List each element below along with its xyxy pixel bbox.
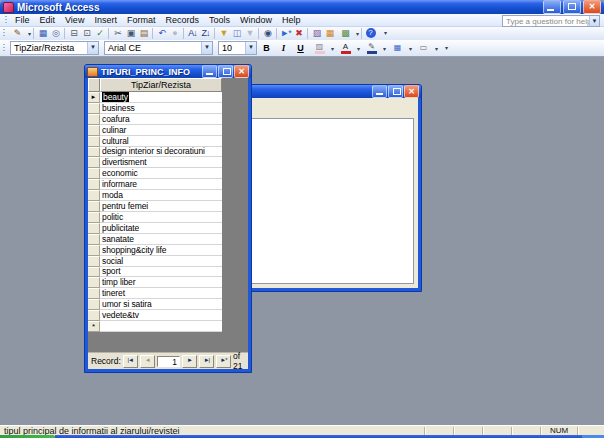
form-window-title-bar[interactable]: TIPURI_PRINC_INFO [85, 65, 251, 78]
sort-ascending-button[interactable]: A↓ [186, 27, 199, 40]
copy-button[interactable]: ▣ [124, 27, 137, 40]
row-cell[interactable]: politic [100, 212, 222, 223]
row-cell[interactable]: coafura [100, 114, 222, 125]
apply-filter-button[interactable]: ▼ [243, 27, 256, 40]
restore-button[interactable] [563, 0, 581, 14]
print-button[interactable]: ⊟ [67, 27, 80, 40]
menu-item-file[interactable]: File [10, 14, 35, 26]
cut-button[interactable]: ✂ [111, 27, 124, 40]
row-cell[interactable]: vedete&tv [100, 310, 222, 321]
row-cell[interactable]: sport [100, 267, 222, 278]
row-cell[interactable]: informare [100, 179, 222, 190]
row-selector[interactable] [88, 212, 100, 223]
row-selector[interactable] [88, 136, 100, 147]
print-preview-button[interactable]: ⊡ [80, 27, 93, 40]
row-selector[interactable] [88, 114, 100, 125]
bold-button[interactable]: B [259, 42, 274, 55]
menu-item-format[interactable]: Format [122, 14, 161, 26]
paste-button[interactable]: ▤ [137, 27, 150, 40]
form-close-button[interactable] [234, 65, 249, 78]
row-cell[interactable] [100, 321, 222, 332]
chevron-down-icon[interactable]: ▼ [245, 42, 256, 54]
row-cell[interactable]: sanatate [100, 234, 222, 245]
row-cell[interactable]: social [100, 256, 222, 267]
db-restore-button[interactable] [388, 85, 403, 98]
database-window-button[interactable]: ▦ [323, 27, 336, 40]
undo-button[interactable]: ↶ [155, 27, 168, 40]
font-color-button[interactable]: A [336, 42, 360, 55]
minimize-button[interactable] [543, 0, 561, 14]
row-cell[interactable]: culinar [100, 125, 222, 136]
menu-item-tools[interactable]: Tools [204, 14, 235, 26]
next-record-button[interactable]: ► [182, 355, 197, 368]
row-selector[interactable] [88, 288, 100, 299]
row-selector[interactable] [88, 245, 100, 256]
underline-button[interactable]: U [293, 42, 308, 55]
row-cell[interactable]: pentru femei [100, 201, 222, 212]
font-size-combo[interactable]: 10 ▼ [218, 41, 257, 55]
form-minimize-button[interactable] [202, 65, 217, 78]
row-cell[interactable]: cultural [100, 136, 222, 147]
toolbar-gripper[interactable] [3, 44, 5, 52]
row-selector[interactable] [88, 223, 100, 234]
first-record-button[interactable]: |◄ [123, 355, 138, 368]
help-question-box[interactable]: Type a question for help ▼ [502, 15, 600, 27]
view-button[interactable]: ✎ [8, 27, 31, 40]
toolbar-options-button[interactable]: ▾ [380, 31, 391, 35]
menu-item-edit[interactable]: Edit [35, 14, 61, 26]
row-cell[interactable]: design interior si decoratiuni [100, 147, 222, 158]
row-selector[interactable] [88, 168, 100, 179]
line-color-button[interactable]: ✎ [362, 42, 386, 55]
new-record-button[interactable]: ►* [279, 27, 292, 40]
row-selector[interactable] [88, 256, 100, 267]
help-button[interactable]: ? [364, 27, 377, 40]
row-cell[interactable]: tineret [100, 288, 222, 299]
font-name-combo[interactable]: Arial CE ▼ [104, 41, 213, 55]
current-record-box[interactable]: 1 [157, 356, 180, 367]
menu-item-insert[interactable]: Insert [89, 14, 122, 26]
db-close-button[interactable] [404, 85, 419, 98]
row-cell[interactable]: umor si satira [100, 299, 222, 310]
delete-record-button[interactable]: ✖ [292, 27, 305, 40]
row-selector[interactable] [88, 267, 100, 278]
chevron-down-icon[interactable]: ▼ [589, 16, 599, 26]
row-selector[interactable] [88, 201, 100, 212]
form-restore-button[interactable] [218, 65, 233, 78]
chevron-down-icon[interactable]: ▼ [201, 42, 212, 54]
row-cell[interactable]: publicitate [100, 223, 222, 234]
toolbar-gripper[interactable] [5, 16, 7, 24]
row-cell[interactable]: shopping&city life [100, 245, 222, 256]
chevron-down-icon[interactable]: ▼ [87, 42, 98, 54]
row-cell[interactable]: divertisment [100, 157, 222, 168]
close-button[interactable] [583, 0, 601, 14]
row-selector[interactable] [88, 179, 100, 190]
spelling-button[interactable]: ✓ [93, 27, 106, 40]
row-selector[interactable]: * [88, 321, 100, 332]
insert-hyperlink-button[interactable]: ● [168, 27, 181, 40]
row-selector[interactable] [88, 299, 100, 310]
row-cell[interactable]: moda [100, 190, 222, 201]
properties-button[interactable]: ▨ [310, 27, 323, 40]
column-header[interactable]: TipZiar/Rezista [100, 78, 222, 92]
row-selector[interactable] [88, 103, 100, 114]
row-selector[interactable] [88, 125, 100, 136]
sort-descending-button[interactable]: Z↓ [199, 27, 212, 40]
menu-item-help[interactable]: Help [277, 14, 306, 26]
row-selector[interactable] [88, 147, 100, 158]
menu-item-records[interactable]: Records [160, 14, 204, 26]
fill-color-button[interactable]: ▨ [310, 42, 334, 55]
row-selector[interactable] [88, 277, 100, 288]
row-selector[interactable] [88, 157, 100, 168]
menu-item-view[interactable]: View [60, 14, 89, 26]
filter-by-form-button[interactable]: ◫ [230, 27, 243, 40]
row-cell[interactable]: timp liber [100, 277, 222, 288]
last-record-button[interactable]: ►| [199, 355, 214, 368]
row-selector[interactable]: ► [88, 92, 100, 103]
new-object-button[interactable]: ▩ [336, 27, 359, 40]
new-record-button[interactable]: ►* [216, 355, 231, 368]
row-selector[interactable] [88, 234, 100, 245]
save-button[interactable]: ▦ [36, 27, 49, 40]
filter-by-selection-button[interactable]: ▼ [217, 27, 230, 40]
previous-record-button[interactable]: ◄ [140, 355, 155, 368]
toolbar-gripper[interactable] [3, 29, 5, 37]
